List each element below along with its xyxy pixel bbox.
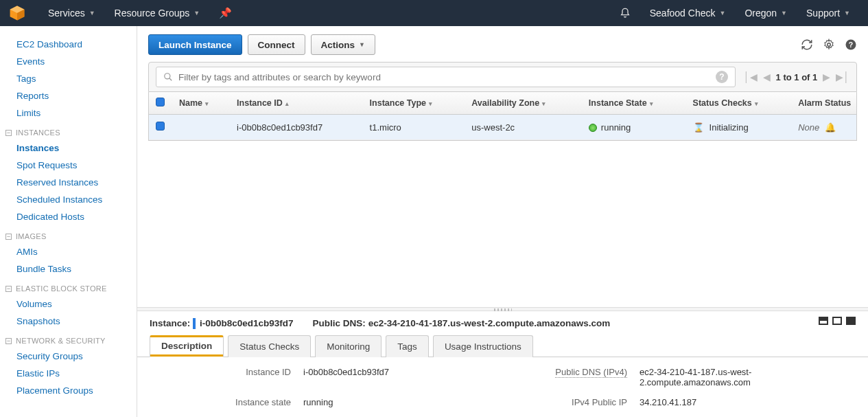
table-row[interactable]: i-0b0b8c0ed1cb93fd7 t1.micro us-west-2c … [149,115,857,140]
sidebar-limits[interactable]: Limits [0,104,137,122]
cell-alarm-status: None🔔 [791,115,857,140]
nav-notifications[interactable] [610,0,640,26]
page-text: 1 to 1 of 1 [776,72,818,82]
nav-region[interactable]: Oregon▼ [735,0,797,26]
tab-description[interactable]: Description [150,335,224,357]
main-panel: Launch Instance Connect Actions▼ ? ? │◀ … [137,26,868,417]
nav-resource-groups[interactable]: Resource Groups▼ [105,0,210,26]
sidebar-collapse-toggle[interactable]: ◀ [137,51,137,78]
refresh-icon[interactable] [801,38,813,51]
layout-half-icon[interactable] [832,317,842,325]
sidebar-dedicated-hosts[interactable]: Dedicated Hosts [0,208,137,225]
nav-services[interactable]: Services▼ [38,0,105,26]
sidebar-spot-requests[interactable]: Spot Requests [0,157,137,174]
state-running-icon [589,124,597,132]
sidebar-snapshots[interactable]: Snapshots [0,313,137,330]
svg-text:?: ? [849,41,853,49]
svg-point-3 [828,43,831,47]
aws-logo-icon[interactable] [8,4,26,22]
sidebar-volumes[interactable]: Volumes [0,295,137,313]
sidebar-section-images[interactable]: −IMAGES [0,225,137,243]
pagination: │◀ ◀ 1 to 1 of 1 ▶ ▶│ [744,71,849,82]
cell-instance-id: i-0b0b8c0ed1cb93fd7 [230,115,363,140]
gear-icon[interactable] [823,38,835,51]
page-first[interactable]: │◀ [744,71,758,82]
sidebar-section-ebs[interactable]: −ELASTIC BLOCK STORE [0,278,137,295]
cell-name [172,115,230,140]
search-input[interactable] [178,72,710,82]
sidebar-placement-groups[interactable]: Placement Groups [0,382,137,399]
layout-split-icon[interactable] [819,317,828,325]
sidebar-amis[interactable]: AMIs [0,243,137,260]
sidebar-scheduled-instances[interactable]: Scheduled Instances [0,191,137,208]
description-panel: Instance ID i-0b0b8c0ed1cb93fd7 Public D… [137,357,868,417]
sidebar-section-network[interactable]: −NETWORK & SECURITY [0,330,137,348]
sidebar-bundle-tasks[interactable]: Bundle Tasks [0,260,137,278]
row-checkbox[interactable] [156,122,165,131]
page-next[interactable]: ▶ [823,71,830,82]
connect-button[interactable]: Connect [248,34,305,55]
val-ipv4-public-ip: 34.210.41.187 [640,397,859,407]
sidebar-section-instances[interactable]: −INSTANCES [0,122,137,139]
svg-line-7 [169,78,172,81]
detail-header: Instance: i-0b0b8c0ed1cb93fd7 Public DNS… [137,311,868,335]
svg-point-6 [165,74,170,79]
val-instance-id: i-0b0b8c0ed1cb93fd7 [303,367,523,387]
detail-instance-id: i-0b0b8c0ed1cb93fd7 [200,318,294,328]
col-state[interactable]: Instance State▾ [582,92,686,115]
tab-tags[interactable]: Tags [386,335,429,357]
bell-icon [620,8,631,19]
detail-tabs: Description Status Checks Monitoring Tag… [137,335,868,357]
sidebar-elastic-ips[interactable]: Elastic IPs [0,365,137,382]
actions-button[interactable]: Actions▼ [311,34,375,55]
lbl-ipv4-public-ip: IPv4 Public IP [530,397,633,407]
page-prev[interactable]: ◀ [763,71,771,82]
cell-state: running [582,115,686,140]
page-last[interactable]: ▶│ [836,71,849,82]
col-alarm-status[interactable]: Alarm Status [791,92,857,115]
val-public-dns-ipv4: ec2-34-210-41-187.us-west-2.compute.amaz… [640,367,859,387]
select-all-checkbox[interactable] [156,98,165,106]
nav-account[interactable]: Seafood Check▼ [640,0,736,26]
filter-help-icon[interactable]: ? [716,71,728,83]
search-wrapper[interactable]: ? [156,67,736,87]
sidebar-ec2-dashboard[interactable]: EC2 Dashboard [0,36,137,53]
lbl-instance-state: Instance state [152,397,296,407]
col-status-checks[interactable]: Status Checks▾ [686,92,792,115]
filter-bar: ? │◀ ◀ 1 to 1 of 1 ▶ ▶│ [148,62,857,92]
tab-monitoring[interactable]: Monitoring [315,335,382,357]
col-name[interactable]: Name▾ [172,92,230,115]
launch-instance-button[interactable]: Launch Instance [148,34,242,55]
cell-az: us-west-2c [465,115,582,140]
sidebar-reports[interactable]: Reports [0,87,137,104]
cell-status-checks: ⌛Initializing [686,115,792,140]
lbl-instance-id: Instance ID [152,367,296,387]
lbl-public-dns-ipv4: Public DNS (IPv4) [530,367,633,387]
tab-status-checks[interactable]: Status Checks [228,335,311,357]
layout-full-icon[interactable] [846,317,856,325]
sidebar-security-groups[interactable]: Security Groups [0,348,137,365]
hourglass-icon: ⌛ [693,122,704,133]
col-instance-id[interactable]: Instance ID▴ [230,92,363,115]
toolbar: Launch Instance Connect Actions▼ ? [137,26,868,62]
sidebar-events[interactable]: Events [0,53,137,70]
nav-pin-icon[interactable]: 📌 [209,0,242,26]
sidebar-reserved-instances[interactable]: Reserved Instances [0,174,137,191]
col-instance-type[interactable]: Instance Type▾ [363,92,465,115]
global-nav: Services▼ Resource Groups▼ 📌 Seafood Che… [0,0,868,26]
sidebar: ◀ EC2 Dashboard Events Tags Reports Limi… [0,26,137,417]
alarm-add-icon[interactable]: 🔔 [825,122,836,133]
col-az[interactable]: Availability Zone▾ [465,92,582,115]
sidebar-instances[interactable]: Instances [0,139,137,157]
instances-table-wrap: Name▾ Instance ID▴ Instance Type▾ Availa… [148,92,857,141]
sidebar-tags[interactable]: Tags [0,70,137,87]
help-icon[interactable]: ? [845,38,857,51]
search-icon [163,72,173,82]
nav-support[interactable]: Support▼ [797,0,860,26]
detail-public-dns: ec2-34-210-41-187.us-west-2.compute.amaz… [368,318,611,328]
cell-instance-type: t1.micro [363,115,465,140]
instances-table: Name▾ Instance ID▴ Instance Type▾ Availa… [149,92,857,140]
val-instance-state: running [303,397,523,407]
tab-usage-instructions[interactable]: Usage Instructions [433,335,533,357]
